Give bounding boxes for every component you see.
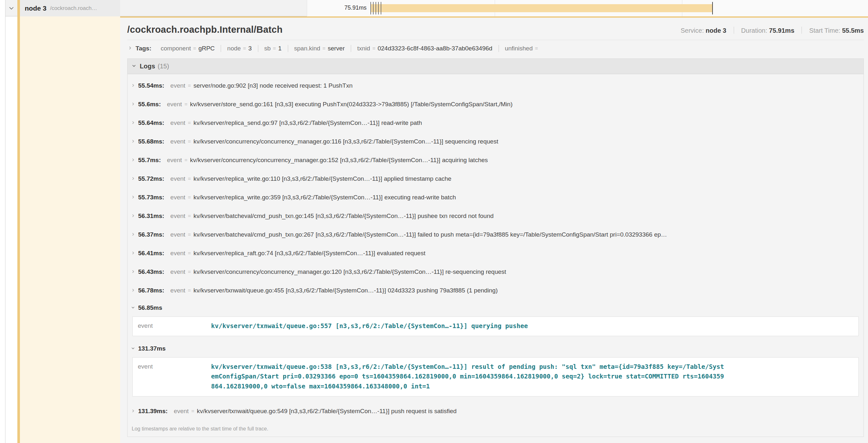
log-row-expanded-header[interactable]: 56.85ms xyxy=(127,301,864,315)
span-detail-header: /cockroach.roachpb.Internal/Batch Servic… xyxy=(127,18,864,35)
log-message: server/node.go:902 [n3] node received re… xyxy=(193,82,858,89)
chevron-right-icon[interactable] xyxy=(131,269,135,275)
span-row[interactable]: node 3 /cockroach.roach… 75.91ms xyxy=(0,0,868,16)
tag-equals: = xyxy=(535,45,538,52)
chevron-down-icon[interactable] xyxy=(131,346,135,351)
log-field: event xyxy=(138,362,211,391)
tag-key: span.kind xyxy=(294,45,320,52)
log-field: event xyxy=(170,194,185,201)
log-row[interactable]: 55.7ms: event = kv/kvserver/concurrency/… xyxy=(127,151,864,170)
log-timestamp: 55.7ms: xyxy=(138,157,161,164)
log-field: event xyxy=(170,138,185,145)
log-event-value: kv/kvserver/txnwait/queue.go:557 [n3,s3,… xyxy=(211,321,528,331)
log-timestamp: 55.73ms: xyxy=(138,194,164,201)
column-divider xyxy=(5,0,5,443)
log-marker-tick xyxy=(381,2,381,14)
log-equals: = xyxy=(191,408,194,414)
chevron-right-icon[interactable] xyxy=(131,232,135,238)
log-row[interactable]: 55.68ms: event = kv/kvserver/concurrency… xyxy=(127,132,864,151)
chevron-right-icon[interactable] xyxy=(131,176,135,182)
log-message: kv/kvserver/replica_write.go:110 [n3,s3,… xyxy=(193,175,858,182)
log-row[interactable]: 131.39ms: event = kv/kvserver/txnwait/qu… xyxy=(127,402,864,420)
duration-value: 75.91ms xyxy=(769,27,795,34)
log-row[interactable]: 55.6ms: event = kv/kvserver/store_send.g… xyxy=(127,95,864,114)
span-operation-title: /cockroach.roachpb.Internal/Batch xyxy=(127,24,283,35)
chevron-right-icon[interactable] xyxy=(131,408,135,414)
tag-value: gRPC xyxy=(198,45,215,52)
log-message: kv/kvserver/replica_write.go:359 [n3,s3,… xyxy=(193,194,858,201)
log-row[interactable]: 55.72ms: event = kv/kvserver/replica_wri… xyxy=(127,170,864,188)
log-message: kv/kvserver/txnwait/queue.go:549 [n3,s3,… xyxy=(197,408,858,415)
log-equals: = xyxy=(188,269,191,275)
log-event-value: kv/kvserver/txnwait/queue.go:538 [n3,s3,… xyxy=(211,362,724,391)
chevron-right-icon[interactable] xyxy=(131,195,135,200)
log-equals: = xyxy=(188,176,191,182)
log-row[interactable]: 56.43ms: event = kv/kvserver/concurrency… xyxy=(127,263,864,281)
chevron-right-icon[interactable] xyxy=(128,45,132,52)
log-row-expanded-header[interactable]: 131.37ms xyxy=(127,342,864,356)
log-equals: = xyxy=(184,157,187,163)
chevron-right-icon[interactable] xyxy=(131,139,135,144)
span-name-tab[interactable]: node 3 /cockroach.roach… xyxy=(17,0,120,16)
start-time-label: Start Time: xyxy=(809,27,840,34)
service-value: node 3 xyxy=(706,27,726,34)
log-timestamp: 55.54ms: xyxy=(138,82,164,89)
left-rail xyxy=(0,0,5,443)
chevron-right-icon[interactable] xyxy=(131,287,135,294)
overview-separator xyxy=(802,27,802,34)
duration-label: Duration: xyxy=(741,27,767,34)
log-row[interactable]: 55.73ms: event = kv/kvserver/replica_wri… xyxy=(127,188,864,207)
log-timestamp: 55.72ms: xyxy=(138,175,164,182)
log-detail-box: event kv/kvserver/txnwait/queue.go:557 [… xyxy=(132,316,859,336)
log-row[interactable]: 55.54ms: event = server/node.go:902 [n3]… xyxy=(127,76,864,95)
span-detail-panel: /cockroach.roachpb.Internal/Batch Servic… xyxy=(120,16,868,443)
log-timestamp: 56.85ms xyxy=(138,304,162,311)
log-row[interactable]: 56.31ms: event = kv/kvserver/batcheval/c… xyxy=(127,207,864,225)
log-row[interactable]: 55.64ms: event = kv/kvserver/replica_sen… xyxy=(127,114,864,132)
log-marker-tick xyxy=(373,2,374,14)
log-row[interactable]: 56.78ms: event = kv/kvserver/txnwait/que… xyxy=(127,281,864,300)
log-marker-tick xyxy=(370,2,371,14)
tag-value: 1 xyxy=(278,45,282,52)
tag-key: sb xyxy=(265,45,271,52)
chevron-right-icon[interactable] xyxy=(131,101,135,107)
tags-row[interactable]: Tags: component = gRPC node = 3 sb = 1 s… xyxy=(127,40,864,56)
log-message: kv/kvserver/concurrency/concurrency_mana… xyxy=(193,138,858,145)
log-equals: = xyxy=(188,232,191,238)
chevron-right-icon[interactable] xyxy=(131,83,135,89)
start-time-value: 55.5ms xyxy=(842,27,864,34)
log-row[interactable]: 56.37ms: event = kv/kvserver/batcheval/c… xyxy=(127,225,864,244)
log-field: event xyxy=(174,408,189,415)
log-field: event xyxy=(170,287,185,294)
chevron-right-icon[interactable] xyxy=(131,213,135,219)
tag-item: node = 3 xyxy=(221,45,258,52)
log-marker-tick xyxy=(375,2,376,14)
log-message: kv/kvserver/concurrency/concurrency_mana… xyxy=(193,268,858,275)
span-duration-bar[interactable] xyxy=(371,4,713,12)
chevron-down-icon[interactable] xyxy=(131,305,135,311)
log-message: kv/kvserver/concurrency/concurrency_mana… xyxy=(190,157,858,164)
log-row[interactable]: 56.41ms: event = kv/kvserver/replica_raf… xyxy=(127,244,864,263)
log-equals: = xyxy=(184,101,187,107)
logs-header[interactable]: Logs (15) xyxy=(127,59,864,74)
chevron-right-icon[interactable] xyxy=(131,250,135,256)
tag-equals: = xyxy=(322,45,326,52)
tag-item: unfinished = xyxy=(499,45,547,52)
log-message: kv/kvserver/store_send.go:161 [n3,s3] ex… xyxy=(190,101,858,108)
span-timeline[interactable]: 75.91ms xyxy=(307,0,868,16)
log-field: event xyxy=(170,212,185,219)
chevron-down-icon[interactable] xyxy=(8,5,14,12)
log-timestamp: 131.39ms: xyxy=(138,408,168,415)
tag-key: txnid xyxy=(357,45,370,52)
log-equals: = xyxy=(188,120,191,126)
overview-separator xyxy=(734,27,734,34)
chevron-down-icon[interactable] xyxy=(132,64,136,69)
chevron-right-icon[interactable] xyxy=(131,120,135,126)
chevron-right-icon[interactable] xyxy=(131,157,135,163)
log-field: event xyxy=(167,157,182,164)
trace-span-detail-page: node 3 /cockroach.roach… 75.91ms /cockro… xyxy=(0,0,868,443)
log-timestamp: 56.41ms: xyxy=(138,250,164,257)
log-message: kv/kvserver/txnwait/queue.go:455 [n3,s3,… xyxy=(193,287,858,294)
tag-key: node xyxy=(227,45,241,52)
log-field: event xyxy=(170,250,185,257)
